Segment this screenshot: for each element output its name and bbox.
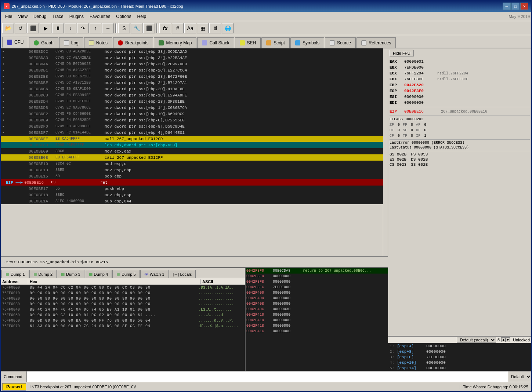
dump-row[interactable]: 76FF0020 90 90 90 90 90 90 90 90 90 90 9… [1, 296, 245, 301]
disasm-row[interactable]: • 00E0BDB8 C745 D8 06F672EE mov dword pt… [1, 73, 383, 80]
stack-mem-row[interactable]: 0042F418 00000000 [246, 323, 388, 329]
tab-references[interactable]: References [357, 37, 396, 48]
tab-cpu[interactable]: CPU [2, 37, 28, 48]
disasm-row[interactable]: • 00E0BDA3 C745 CC AEA42BAE mov dword pt… [1, 55, 383, 61]
command-input[interactable] [27, 371, 508, 382]
disasm-vscroll[interactable] [383, 48, 388, 256]
dump-row[interactable]: 76FF0000 8B 44 24 04 CC C2 04 00 CC 90 C… [1, 285, 245, 290]
disasm-inner[interactable]: • 00E0BD9C C745 C8 ADA29D3E mov dword pt… [1, 48, 383, 256]
dump-row[interactable]: 76FF0040 8B 4C 24 04 F6 41 04 06 74 05 E… [1, 307, 245, 312]
minimize-button[interactable]: ─ [503, 3, 511, 10]
tb-run[interactable]: ▶ [40, 23, 51, 33]
tab-symbols[interactable]: Symbols [290, 37, 324, 48]
disasm-row[interactable]: • 00E0BDE9 C745 F4 E05525DE mov dword pt… [1, 117, 383, 123]
dump-row[interactable]: 76FF0070 64 A3 00 00 00 00 8D 7C 24 00 D… [1, 323, 245, 329]
tb-hash[interactable]: # [172, 23, 184, 33]
tb-step-into[interactable]: ↓ [65, 23, 76, 33]
close-button[interactable]: ✕ [520, 3, 528, 10]
disasm-row[interactable]: EIP ──► 00E0BE16 C3 ret [1, 179, 383, 186]
tb-open[interactable]: 📂 [2, 23, 14, 33]
dump-tab-2[interactable]: ▦ Dump 2 [29, 270, 57, 278]
disasm-row[interactable]: 00E0BE13 8BE5 mov esp,ebp [1, 167, 383, 173]
stack-mem-row[interactable]: 0042F3F0 00E0CDA8 return to 267_unpacked… [246, 268, 388, 274]
tb-aa[interactable]: Aa [184, 23, 196, 33]
stack-mem-row[interactable]: 0042F3FC 7EFDE000 [246, 285, 388, 290]
stack-mem-row[interactable]: 0042F408 00000000 [246, 301, 388, 307]
dump-row[interactable]: 76FF0060 8B 0D 00 00 00 00 BA 40 00 FF 7… [1, 318, 245, 323]
tb-log[interactable]: 🔧 [131, 23, 142, 33]
disasm-row[interactable]: • 00E0BD9C C745 C8 ADA29D3E mov dword pt… [1, 48, 383, 55]
disasm-row[interactable]: • 00E0BDE2 C745 F0 C940690E mov dword pt… [1, 111, 383, 117]
disasm-row[interactable]: 00E0BE18 8BEC mov ebp,esp [1, 192, 383, 198]
dump-row[interactable]: 76FF0030 90 90 90 90 90 90 90 90 90 90 9… [1, 301, 245, 307]
disasm-row[interactable]: 00E0BE0B E8 EF54FFFF call 267_unpacked.E… [1, 154, 383, 161]
tb-step-over[interactable]: ↷ [77, 23, 89, 33]
tb-bp[interactable]: ⬛ [143, 23, 155, 33]
tb-pause[interactable]: ⏸ [52, 23, 64, 33]
menu-help[interactable]: Help [134, 13, 149, 20]
dump-rows[interactable]: 76FF0000 8B 44 24 04 CC C2 04 00 CC 90 C… [1, 285, 245, 371]
disasm-row[interactable]: 00E0BE1A 81EC 44060000 sub esp,644 [1, 198, 383, 204]
disasm-row[interactable]: • 00E0BDB1 C745 D4 64CC27EE mov dword pt… [1, 67, 383, 73]
dump-tab-locals[interactable]: |←| Locals [169, 270, 196, 278]
disasm-row[interactable]: • 00E0BDBF C745 DC A19712BB mov dword pt… [1, 80, 383, 86]
tab-log[interactable]: Log [59, 37, 83, 48]
menu-options[interactable]: Options [113, 13, 134, 20]
dump-tab-5[interactable]: ▦ Dump 5 [112, 270, 140, 278]
disasm-row[interactable]: 00E0BE10 83C4 0C add esp,c [1, 161, 383, 167]
stack-mem-row[interactable]: 0042F404 00000000 [246, 296, 388, 301]
disasm-row[interactable]: • 00E0BDCD C745 E4 FEA994EE mov dword pt… [1, 92, 383, 98]
disasm-row[interactable]: 00E0BE15 5D pop ebp [1, 173, 383, 179]
dump-tab-4[interactable]: ▦ Dump 4 [85, 270, 112, 278]
stack-mem-row[interactable]: 0042F41C 00000000 [246, 329, 388, 334]
tb-calc[interactable]: 🖩 [209, 23, 221, 33]
dump-tab-watch1[interactable]: 👁 Watch 1 [140, 270, 169, 278]
menu-file[interactable]: File [2, 13, 15, 20]
calling-conv-select[interactable]: Default (stdcall) [457, 337, 496, 343]
stack-mem-row[interactable]: 0042F410 00000000 [246, 312, 388, 318]
tab-callstack[interactable]: Call Stack [197, 37, 234, 48]
disasm-row[interactable]: • 00E0BDC6 C745 E0 6EAF1D00 mov dword pt… [1, 86, 383, 92]
stack-mem-row[interactable]: 0042F400 00000000 [246, 290, 388, 296]
menu-trace[interactable]: Trace [50, 13, 66, 20]
stack-mem-row[interactable]: 0042F3F4 00000000 [246, 274, 388, 279]
stack-mem-row[interactable]: 0042F414 00000000 [246, 318, 388, 323]
tb-run-to[interactable]: → [102, 23, 114, 33]
tab-notes[interactable]: Notes [84, 37, 112, 48]
arg-count-up[interactable]: ▲ [501, 337, 506, 342]
disasm-row[interactable]: 00E0BE09 8BC8 mov ecx,eax [1, 148, 383, 154]
menu-debug[interactable]: Debug [30, 13, 49, 20]
tb-restart[interactable]: ↺ [15, 23, 26, 33]
hide-fpu-button[interactable]: Hide FPU [390, 50, 414, 56]
tab-source[interactable]: Source [325, 37, 356, 48]
tb-stop[interactable]: ⬛ [27, 23, 39, 33]
disasm-row[interactable]: 00E0BE03 8D95 D0F9FFFF lea edx,dword ptr… [1, 142, 383, 148]
menu-plugins[interactable]: Plugins [66, 13, 87, 20]
tb-step-out[interactable]: ↑ [90, 23, 101, 33]
tab-seh[interactable]: SEH [235, 37, 261, 48]
disasm-row[interactable]: • 00E0BDF0 C745 F8 4E9D9CDE mov dword pt… [1, 123, 383, 129]
arg-count-down[interactable]: ▼ [506, 337, 510, 342]
disasm-row[interactable]: 00E0BE17 55 push ebp [1, 186, 383, 192]
disasm-row[interactable]: • 00E0BDF7 C745 FC 014E44DE mov dword pt… [1, 129, 383, 136]
stack-mem-rows[interactable]: 0042F3F0 00E0CDA8 return to 267_unpacked… [246, 268, 388, 371]
menu-favourites[interactable]: Favourites [87, 13, 113, 20]
disasm-row[interactable]: 00E0BDFE E8 CA54FFFF call 267_unpacked.E… [1, 136, 383, 142]
dump-tab-3[interactable]: ▦ Dump 3 [57, 270, 84, 278]
dump-row[interactable]: 76FF0050 00 00 00 00 C2 10 00 84 DC 02 0… [1, 312, 245, 318]
dump-tab-1[interactable]: ▦ Dump 1 [1, 270, 29, 278]
menu-view[interactable]: View [15, 13, 30, 20]
tab-memmap[interactable]: Memory Map [154, 37, 196, 48]
disasm-row[interactable]: • 00E0BDDB C745 EC 9AB786CE mov dword pt… [1, 105, 383, 111]
tab-breakpoints[interactable]: Breakpoints [113, 37, 153, 48]
stack-mem-row[interactable]: 0042F40C 00000030 [246, 307, 388, 312]
tab-script[interactable]: Script [261, 37, 290, 48]
tab-graph[interactable]: Graph [29, 37, 58, 48]
dump-row[interactable]: 76FF0010 90 90 90 90 90 90 90 90 90 90 9… [1, 290, 245, 296]
tb-mem[interactable]: ▦ [197, 23, 209, 33]
disasm-row[interactable]: • 00E0BDD4 C745 E8 BE91F30E mov dword pt… [1, 98, 383, 105]
command-dropdown[interactable]: Default [508, 374, 531, 379]
disasm-row[interactable]: • 00E0BDAA C745 D0 E07D992E mov dword pt… [1, 61, 383, 67]
stack-mem-row[interactable]: 0042F3F8 00000000 [246, 279, 388, 285]
tb-script[interactable]: S [118, 23, 130, 33]
